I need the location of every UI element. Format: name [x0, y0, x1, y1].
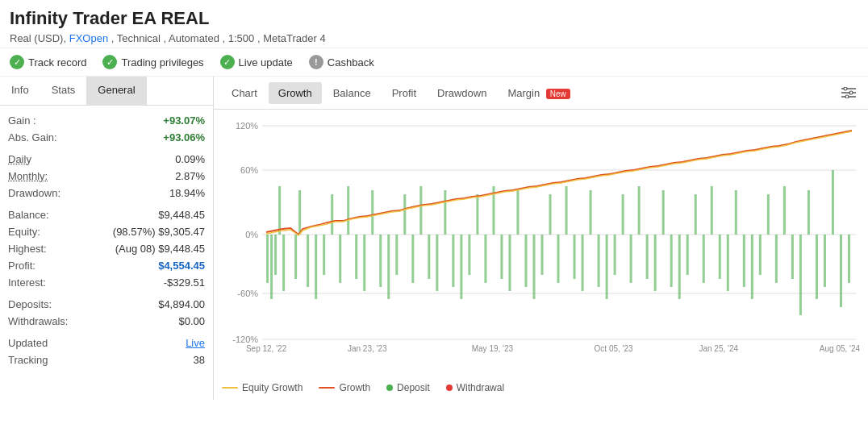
svg-rect-50 [516, 190, 519, 235]
svg-rect-29 [347, 186, 349, 235]
updated-label: Updated [8, 337, 48, 349]
new-badge: New [546, 89, 570, 99]
svg-rect-86 [807, 190, 810, 235]
stat-balance: Balance: $9,448.45 [8, 206, 205, 223]
tab-growth[interactable]: Growth [269, 82, 322, 104]
svg-rect-78 [743, 235, 745, 287]
left-panel: Info Stats General Gain : +93.07% Abs. G… [0, 77, 214, 400]
svg-rect-23 [298, 190, 301, 235]
page-header: Infinity Trader EA REAL Real (USD), FXOp… [0, 0, 868, 48]
svg-rect-46 [484, 235, 486, 283]
svg-rect-22 [294, 235, 297, 279]
check-icon: ✓ [10, 55, 24, 69]
svg-rect-41 [444, 190, 446, 235]
svg-rect-26 [323, 235, 325, 275]
svg-rect-58 [582, 235, 584, 291]
right-panel: Chart Growth Balance Profit Drawdown Mar… [214, 77, 868, 400]
svg-rect-28 [339, 235, 341, 283]
svg-rect-40 [436, 235, 438, 291]
withdrawals-label: Withdrawals: [8, 315, 68, 327]
tab-info[interactable]: Info [0, 77, 40, 105]
stat-updated: Updated Live [8, 335, 205, 351]
growth-icon [319, 387, 335, 389]
interest-label: Interest: [8, 276, 46, 289]
svg-text:-60%: -60% [237, 289, 258, 298]
deposit-label: Deposit [397, 382, 430, 393]
equity-label: Equity: [8, 226, 40, 238]
stat-interest: Interest: -$329.51 [8, 274, 205, 291]
svg-rect-74 [711, 186, 713, 235]
svg-rect-56 [565, 186, 568, 235]
svg-text:Jan 25, '24: Jan 25, '24 [699, 344, 738, 353]
svg-rect-68 [662, 190, 665, 235]
svg-text:Sep 12, '22: Sep 12, '22 [246, 344, 287, 353]
stat-tracking: Tracking 38 [8, 351, 205, 368]
svg-rect-88 [824, 235, 826, 287]
profit-label: Profit: [8, 260, 35, 272]
svg-rect-87 [816, 235, 818, 299]
svg-rect-33 [379, 235, 382, 287]
equity-value: (98.57%) $9,305.47 [113, 226, 205, 238]
svg-rect-63 [622, 194, 624, 235]
svg-text:Jan 23, '23: Jan 23, '23 [348, 344, 387, 353]
details: , Technical , Automated , 1:500 , MetaTr… [111, 32, 326, 44]
svg-rect-82 [775, 235, 778, 283]
svg-rect-44 [468, 235, 470, 275]
svg-rect-21 [282, 235, 285, 291]
svg-rect-20 [278, 186, 281, 235]
svg-rect-54 [549, 194, 552, 235]
balance-label: Balance: [8, 209, 49, 221]
svg-rect-77 [735, 190, 737, 235]
svg-rect-19 [274, 235, 277, 275]
chart-tabs: Chart Growth Balance Profit Drawdown Mar… [214, 77, 868, 110]
svg-point-5 [845, 95, 849, 98]
svg-rect-72 [695, 194, 697, 235]
gain-value: +93.07% [163, 114, 205, 127]
check-icon: ✓ [102, 55, 117, 69]
stat-deposits: Deposits: $4,894.00 [8, 296, 205, 313]
chart-area: 120% 60% 0% -60% -120% [214, 110, 868, 376]
svg-rect-35 [395, 235, 398, 275]
svg-rect-24 [307, 235, 309, 287]
svg-rect-48 [500, 235, 503, 279]
tab-general[interactable]: General [86, 77, 146, 105]
tab-margin[interactable]: Margin New [498, 82, 579, 104]
svg-rect-27 [331, 194, 333, 235]
svg-rect-80 [759, 235, 762, 275]
broker-link[interactable]: FXOpen [69, 32, 108, 44]
live-link[interactable]: Live [186, 337, 205, 349]
main-content: Info Stats General Gain : +93.07% Abs. G… [0, 77, 868, 400]
daily-value: 0.09% [175, 153, 205, 165]
withdrawals-value: $0.00 [178, 315, 205, 327]
filter-icon[interactable] [837, 81, 860, 104]
profit-value: $4,554.45 [158, 260, 205, 272]
badges-bar: ✓ Track record ✓ Trading privileges ✓ Li… [0, 48, 868, 77]
svg-point-4 [849, 91, 853, 94]
tab-chart[interactable]: Chart [222, 82, 267, 104]
gain-label: Gain : [8, 114, 36, 127]
left-tabs: Info Stats General [0, 77, 213, 106]
svg-rect-32 [371, 190, 373, 235]
tab-drawdown[interactable]: Drawdown [428, 82, 496, 104]
stats-table: Gain : +93.07% Abs. Gain: +93.06% Daily … [0, 106, 213, 375]
svg-rect-73 [703, 235, 705, 283]
svg-rect-66 [646, 235, 649, 279]
svg-rect-65 [638, 186, 641, 235]
tracking-label: Tracking [8, 354, 48, 366]
tab-stats[interactable]: Stats [40, 77, 87, 105]
stat-monthly: Monthly: 2.87% [8, 168, 205, 185]
equity-growth-icon [222, 387, 238, 389]
drawdown-value: 18.94% [169, 187, 205, 199]
svg-rect-49 [508, 235, 511, 291]
svg-rect-76 [727, 235, 729, 291]
badge-cashback: ! Cashback [309, 55, 374, 69]
svg-rect-39 [428, 235, 430, 279]
badge-live-update: ✓ Live update [220, 55, 293, 69]
legend-deposit: Deposit [386, 382, 430, 393]
svg-rect-38 [419, 186, 422, 235]
svg-rect-71 [686, 235, 689, 275]
tab-balance[interactable]: Balance [323, 82, 381, 104]
stat-highest: Highest: (Aug 08) $9,448.45 [8, 240, 205, 257]
svg-rect-62 [614, 235, 616, 275]
tab-profit[interactable]: Profit [382, 82, 426, 104]
